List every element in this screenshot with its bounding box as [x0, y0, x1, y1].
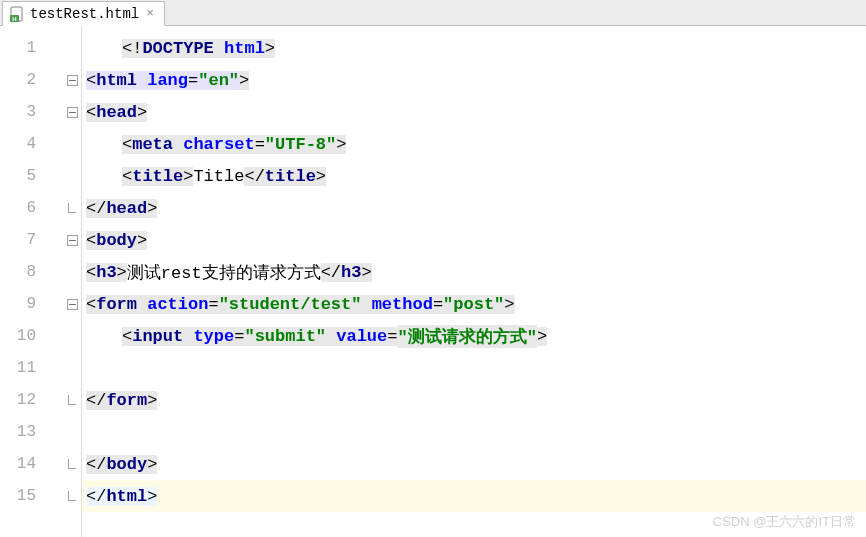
fold-collapse-icon[interactable] — [67, 107, 78, 118]
gutter-row: 11 — [0, 352, 81, 384]
code-token: Title — [193, 167, 244, 186]
gutter-row: 2 — [0, 64, 81, 96]
code-token: < — [122, 135, 132, 154]
code-token: body — [106, 455, 147, 474]
code-line[interactable]: </html> — [82, 480, 866, 512]
fold-end-icon — [68, 203, 76, 213]
code-token: </ — [321, 263, 341, 282]
code-line[interactable]: <h3>测试rest支持的请求方式</h3> — [82, 256, 866, 288]
code-line[interactable]: <!DOCTYPE html> — [82, 32, 866, 64]
code-token: form — [106, 391, 147, 410]
code-token: 测试rest支持的请求方式 — [127, 261, 321, 284]
code-token: input — [132, 327, 193, 346]
code-token — [326, 327, 336, 346]
line-number: 15 — [0, 487, 40, 505]
fold-strip — [40, 395, 80, 405]
code-token: = — [234, 327, 244, 346]
code-token: > — [117, 263, 127, 282]
code-token: "student/test" — [219, 295, 362, 314]
code-token: method — [372, 295, 433, 314]
fold-strip — [40, 299, 80, 310]
code-line[interactable]: <title>Title</title> — [82, 160, 866, 192]
code-token: "en" — [198, 71, 239, 90]
gutter: 123456789101112131415 — [0, 26, 82, 537]
code-token: title — [132, 167, 183, 186]
gutter-row: 4 — [0, 128, 81, 160]
code-token: < — [86, 295, 96, 314]
gutter-row: 1 — [0, 32, 81, 64]
code-token: < — [86, 231, 96, 250]
line-number: 9 — [0, 295, 40, 313]
code-token: head — [106, 199, 147, 218]
code-token: html — [106, 487, 147, 506]
tab-close-icon[interactable]: × — [144, 7, 156, 20]
code-token: > — [265, 39, 275, 58]
code-line[interactable] — [82, 416, 866, 448]
line-number: 8 — [0, 263, 40, 281]
html-file-icon: H — [9, 6, 25, 22]
line-number: 4 — [0, 135, 40, 153]
code-line[interactable]: <body> — [82, 224, 866, 256]
tab-filename: testRest.html — [30, 6, 139, 22]
line-number: 1 — [0, 39, 40, 57]
line-number: 11 — [0, 359, 40, 377]
code-token: = — [208, 295, 218, 314]
code-token: h3 — [341, 263, 361, 282]
code-area[interactable]: <!DOCTYPE html><html lang="en"><head><me… — [82, 26, 866, 537]
code-token: > — [361, 263, 371, 282]
code-token: < — [122, 167, 132, 186]
line-number: 12 — [0, 391, 40, 409]
code-line[interactable]: <meta charset="UTF-8"> — [82, 128, 866, 160]
code-line[interactable]: </body> — [82, 448, 866, 480]
gutter-row: 15 — [0, 480, 81, 512]
code-line[interactable]: <form action="student/test" method="post… — [82, 288, 866, 320]
code-token: < — [86, 263, 96, 282]
code-token: action — [147, 295, 208, 314]
code-token: = — [255, 135, 265, 154]
code-line[interactable]: <head> — [82, 96, 866, 128]
code-token: > — [137, 103, 147, 122]
code-token: > — [147, 391, 157, 410]
fold-end-icon — [68, 459, 76, 469]
line-number: 14 — [0, 455, 40, 473]
code-line[interactable] — [82, 352, 866, 384]
code-line[interactable]: </form> — [82, 384, 866, 416]
code-token: > — [183, 167, 193, 186]
code-token: > — [137, 231, 147, 250]
code-token: title — [265, 167, 316, 186]
code-token: DOCTYPE — [142, 39, 224, 58]
line-number: 2 — [0, 71, 40, 89]
code-line[interactable]: <input type="submit" value="测试请求的方式"> — [82, 320, 866, 352]
line-number: 7 — [0, 231, 40, 249]
fold-strip — [40, 491, 80, 501]
code-token: < — [86, 103, 96, 122]
code-token: > — [316, 167, 326, 186]
code-token: </ — [86, 455, 106, 474]
code-line[interactable]: <html lang="en"> — [82, 64, 866, 96]
tab-testrest[interactable]: H testRest.html × — [2, 1, 165, 26]
code-token: html — [224, 39, 265, 58]
fold-collapse-icon[interactable] — [67, 299, 78, 310]
fold-collapse-icon[interactable] — [67, 235, 78, 246]
code-token: meta — [132, 135, 183, 154]
code-token: "submit" — [244, 327, 326, 346]
code-token: < — [86, 71, 96, 90]
fold-collapse-icon[interactable] — [67, 75, 78, 86]
gutter-row: 7 — [0, 224, 81, 256]
svg-text:H: H — [12, 15, 16, 21]
code-token: "测试请求的方式" — [397, 325, 536, 348]
fold-strip — [40, 203, 80, 213]
gutter-row: 10 — [0, 320, 81, 352]
code-token: </ — [244, 167, 264, 186]
code-token: = — [387, 327, 397, 346]
code-token: <! — [122, 39, 142, 58]
code-token: value — [336, 327, 387, 346]
code-token: "UTF-8" — [265, 135, 336, 154]
gutter-row: 3 — [0, 96, 81, 128]
line-number: 10 — [0, 327, 40, 345]
gutter-row: 8 — [0, 256, 81, 288]
code-line[interactable]: </head> — [82, 192, 866, 224]
fold-strip — [40, 235, 80, 246]
tab-bar: H testRest.html × — [0, 0, 866, 26]
code-token: lang — [147, 71, 188, 90]
